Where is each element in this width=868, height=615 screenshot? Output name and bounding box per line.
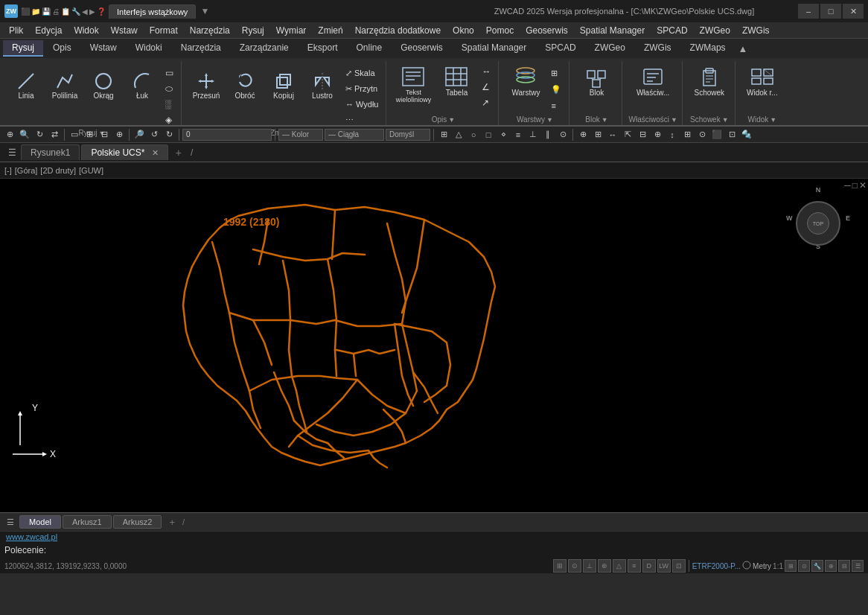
tb2-btn-g[interactable]: ↕ — [666, 128, 679, 141]
ribbon-tab-opis[interactable]: Opis — [44, 40, 80, 57]
ribbon-btn-region[interactable]: ◈ — [162, 112, 176, 127]
ribbon-tab-narzedzia[interactable]: Narzędzia — [172, 40, 230, 57]
canvas-area[interactable]: 1992 (2180) — [0, 179, 868, 512]
tb2-snap-5[interactable]: ⋄ — [497, 128, 510, 141]
tb2-btn-b[interactable]: ⊞ — [591, 128, 604, 141]
menu-zwgis[interactable]: ZWGis — [736, 24, 776, 37]
menu-spatial-manager[interactable]: Spatial Manager — [574, 24, 651, 37]
ribbon-tab-geoserwis[interactable]: Geoserwis — [392, 40, 452, 57]
ribbon-btn-lustro[interactable]: Lustro — [304, 63, 341, 107]
menu-geoserwis[interactable]: Geoserwis — [520, 24, 574, 37]
snap-toggle[interactable]: ⊙ — [568, 559, 581, 573]
tb2-btn-2[interactable]: 🔍 — [18, 128, 31, 141]
tb2-btn-10[interactable]: ↺ — [147, 128, 161, 141]
doc-tab-polskie-ucs[interactable]: Polskie UCS* ✕ — [81, 144, 167, 160]
ribbon-btn-more[interactable]: ⋯ — [342, 112, 381, 127]
viewport-restore-icon[interactable]: □ — [852, 180, 858, 191]
ribbon-btn-dim-linear[interactable]: ↔ — [479, 64, 494, 79]
tb2-btn-3[interactable]: ↻ — [33, 128, 46, 141]
ribbon-btn-tekst[interactable]: Tekstwieloliniowy — [392, 63, 434, 109]
properties-group-expand[interactable]: ▼ — [671, 116, 677, 124]
lineweight-selector[interactable]: Domyśl — [386, 129, 430, 141]
tb2-snap-9[interactable]: ⊙ — [556, 128, 569, 141]
viewport-close-icon[interactable]: ✕ — [859, 180, 867, 191]
ribbon-btn-obroc[interactable]: Obróć — [226, 63, 264, 107]
ribbon-btn-leader[interactable]: ↗ — [479, 95, 494, 110]
tb2-snap-3[interactable]: ○ — [467, 128, 480, 141]
tb2-snap-1[interactable]: ⊞ — [437, 128, 450, 141]
ribbon-tab-zwgeo[interactable]: ZWGeo — [586, 40, 634, 57]
ribbon-tab-zwgis[interactable]: ZWGis — [635, 40, 680, 57]
tb2-btn-e[interactable]: ⊟ — [636, 128, 649, 141]
sheet-tab-model[interactable]: Model — [19, 515, 61, 529]
ribbon-tab-spatial-manager[interactable]: Spatial Manager — [453, 40, 535, 57]
sheet-tab-arkusz1[interactable]: Arkusz1 — [63, 515, 112, 529]
tab-close-icon[interactable]: ✕ — [152, 148, 159, 157]
tb2-btn-a[interactable]: ⊕ — [576, 128, 590, 141]
tb2-snap-8[interactable]: ∥ — [541, 128, 555, 141]
ribbon-btn-tabela[interactable]: Tabela — [435, 63, 477, 109]
color-selector[interactable]: — Kolor — [278, 129, 323, 141]
ribbon-tab-wstaw[interactable]: Wstaw — [81, 40, 126, 57]
menu-narzedzia[interactable]: Narzędzia — [184, 24, 236, 37]
ribbon-btn-warstwy[interactable]: Warstwy — [505, 63, 546, 109]
grid-toggle[interactable]: ⊞ — [553, 559, 567, 573]
tb2-snap-4[interactable]: □ — [482, 128, 495, 141]
viewport-minimize-icon[interactable]: ─ — [844, 180, 851, 191]
menu-wymiar[interactable]: Wymiar — [270, 24, 313, 37]
viewport-mode[interactable]: [2D druty] — [40, 166, 76, 175]
tb2-btn-d[interactable]: ⇱ — [621, 128, 634, 141]
tb2-btn-h[interactable]: ⊞ — [680, 128, 694, 141]
lw-toggle[interactable]: LW — [657, 559, 671, 573]
ribbon-btn-kopiuj[interactable]: Kopiuj — [265, 63, 302, 107]
ribbon-btn-hatch[interactable]: ░ — [162, 97, 176, 112]
menu-wstaw[interactable]: Wstaw — [105, 24, 144, 37]
tb2-btn-1[interactable]: ⊕ — [3, 128, 16, 141]
ribbon-btn-luk[interactable]: Łuk — [124, 63, 161, 107]
tb2-btn-5[interactable]: ▭ — [68, 128, 81, 141]
ribbon-btn-layer-properties[interactable]: ⊞ — [548, 66, 564, 80]
ribbon-tab-spcad[interactable]: SPCAD — [536, 40, 584, 57]
tb2-btn-f[interactable]: ⊕ — [651, 128, 664, 141]
ribbon-btn-layer-match[interactable]: ≡ — [548, 98, 564, 113]
ribbon-btn-wlasciw[interactable]: Właściw... — [632, 63, 674, 109]
menu-pomoc[interactable]: Pomoc — [480, 24, 520, 37]
viewport-ucs[interactable]: [GUW] — [79, 166, 103, 175]
ribbon-btn-trim[interactable]: ✂ Przytn — [342, 81, 381, 96]
view-group-expand[interactable]: ▼ — [770, 116, 776, 124]
ribbon-btn-widok[interactable]: Widok r... — [741, 63, 783, 109]
ribbon-btn-dim-angle[interactable]: ∠ — [479, 80, 494, 95]
sheet-tab-arkusz2[interactable]: Arkusz2 — [113, 515, 162, 529]
tb2-btn-4[interactable]: ⇄ — [48, 128, 61, 141]
menu-plik[interactable]: Plik — [3, 24, 29, 37]
restore-button[interactable]: □ — [820, 4, 841, 19]
menu-okno[interactable]: Okno — [447, 24, 480, 37]
dyn-toggle[interactable]: D — [642, 559, 656, 573]
layers-group-expand[interactable]: ▼ — [546, 116, 553, 124]
tb2-btn-6[interactable]: ⊞ — [83, 128, 96, 141]
menu-edycja[interactable]: Edycja — [29, 24, 68, 37]
toolbar-icon-3[interactable]: 🔧 — [811, 560, 823, 572]
ribbon-tab-online[interactable]: Online — [347, 40, 391, 57]
ribbon-tab-label[interactable]: Interfejs wstążkowy — [109, 4, 196, 19]
viewport-minus[interactable]: [-] — [4, 166, 12, 175]
tb2-btn-8[interactable]: ⊕ — [112, 128, 126, 141]
toolbar-icon-5[interactable]: ⊟ — [838, 560, 850, 572]
tb2-snap-6[interactable]: ≡ — [511, 128, 525, 141]
scale-label[interactable]: 1:1 — [773, 562, 783, 570]
toolbar-icon-2[interactable]: ⊙ — [798, 560, 810, 572]
ribbon-btn-przesun[interactable]: Przesuń — [188, 63, 225, 107]
units-value[interactable]: Metry — [753, 562, 771, 570]
ribbon-btn-linia[interactable]: Linia — [7, 63, 45, 107]
polar-toggle[interactable]: ⊛ — [598, 559, 611, 573]
ribbon-btn-rectangle[interactable]: ▭ — [162, 66, 176, 80]
menu-narzedzia-dodatkowe[interactable]: Narzędzia dodatkowe — [349, 24, 447, 37]
ribbon-btn-blok[interactable]: Blok — [575, 63, 617, 109]
toolbar-icon-6[interactable]: ☰ — [852, 560, 864, 572]
tb2-btn-11[interactable]: ↻ — [162, 128, 176, 141]
ribbon-btn-layer-on[interactable]: 💡 — [548, 82, 564, 97]
sheet-menu-button[interactable]: ☰ — [3, 514, 18, 529]
annotation-group-expand[interactable]: ▼ — [448, 116, 455, 124]
close-button[interactable]: ✕ — [843, 4, 864, 19]
linetype-selector[interactable]: — Ciągła — [325, 129, 384, 141]
